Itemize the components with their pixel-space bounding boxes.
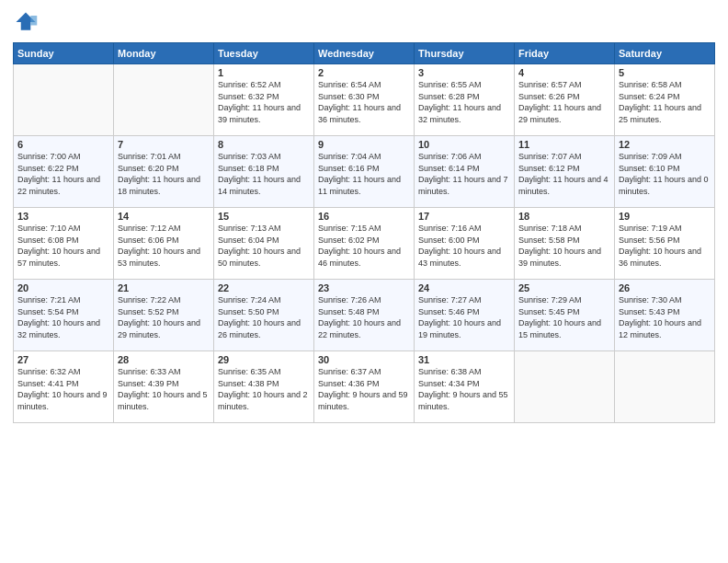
day-info: Sunrise: 7:19 AM Sunset: 5:56 PM Dayligh…: [619, 223, 711, 269]
day-info: Sunrise: 7:09 AM Sunset: 6:10 PM Dayligh…: [619, 151, 711, 197]
calendar-cell: 18Sunrise: 7:18 AM Sunset: 5:58 PM Dayli…: [515, 208, 615, 280]
weekday-header: Monday: [114, 43, 214, 64]
day-number: 15: [218, 211, 310, 222]
day-number: 22: [218, 282, 310, 293]
day-number: 4: [518, 67, 610, 78]
day-info: Sunrise: 7:29 AM Sunset: 5:45 PM Dayligh…: [518, 294, 610, 340]
day-info: Sunrise: 7:21 AM Sunset: 5:54 PM Dayligh…: [17, 294, 109, 340]
day-info: Sunrise: 7:18 AM Sunset: 5:58 PM Dayligh…: [518, 223, 610, 269]
day-number: 25: [518, 282, 610, 293]
logo: [13, 9, 42, 35]
calendar-cell: 25Sunrise: 7:29 AM Sunset: 5:45 PM Dayli…: [515, 280, 615, 351]
calendar-week-row: 1Sunrise: 6:52 AM Sunset: 6:32 PM Daylig…: [14, 64, 715, 136]
day-number: 16: [318, 211, 410, 222]
calendar-cell: 26Sunrise: 7:30 AM Sunset: 5:43 PM Dayli…: [615, 280, 715, 351]
calendar-cell: 31Sunrise: 6:38 AM Sunset: 4:34 PM Dayli…: [415, 351, 515, 423]
day-number: 17: [418, 211, 510, 222]
day-number: 20: [17, 282, 109, 293]
calendar-cell: 11Sunrise: 7:07 AM Sunset: 6:12 PM Dayli…: [515, 136, 615, 208]
weekday-header: Sunday: [14, 43, 114, 64]
day-number: 3: [418, 67, 510, 78]
day-info: Sunrise: 7:04 AM Sunset: 6:16 PM Dayligh…: [318, 151, 410, 197]
day-number: 9: [318, 139, 410, 150]
day-info: Sunrise: 6:52 AM Sunset: 6:32 PM Dayligh…: [218, 79, 310, 125]
day-info: Sunrise: 7:07 AM Sunset: 6:12 PM Dayligh…: [518, 151, 610, 197]
day-number: 11: [518, 139, 610, 150]
calendar-cell: [14, 64, 114, 136]
calendar-week-row: 13Sunrise: 7:10 AM Sunset: 6:08 PM Dayli…: [14, 208, 715, 280]
day-info: Sunrise: 6:57 AM Sunset: 6:26 PM Dayligh…: [518, 79, 610, 125]
calendar-cell: 13Sunrise: 7:10 AM Sunset: 6:08 PM Dayli…: [14, 208, 114, 280]
calendar-cell: 1Sunrise: 6:52 AM Sunset: 6:32 PM Daylig…: [214, 64, 314, 136]
calendar-cell: [114, 64, 214, 136]
day-info: Sunrise: 6:58 AM Sunset: 6:24 PM Dayligh…: [619, 79, 711, 125]
weekday-header: Friday: [515, 43, 615, 64]
day-info: Sunrise: 6:37 AM Sunset: 4:36 PM Dayligh…: [318, 366, 410, 412]
svg-marker-1: [30, 16, 37, 26]
calendar-cell: 30Sunrise: 6:37 AM Sunset: 4:36 PM Dayli…: [314, 351, 415, 423]
weekday-header: Wednesday: [314, 43, 415, 64]
calendar-cell: 12Sunrise: 7:09 AM Sunset: 6:10 PM Dayli…: [615, 136, 715, 208]
calendar-cell: [615, 351, 715, 423]
weekday-header-row: SundayMondayTuesdayWednesdayThursdayFrid…: [14, 43, 715, 64]
calendar-cell: 22Sunrise: 7:24 AM Sunset: 5:50 PM Dayli…: [214, 280, 314, 351]
day-number: 14: [118, 211, 210, 222]
calendar-cell: [515, 351, 615, 423]
page-header: [13, 9, 715, 35]
day-number: 2: [318, 67, 410, 78]
day-info: Sunrise: 6:54 AM Sunset: 6:30 PM Dayligh…: [318, 79, 410, 125]
logo-icon: [13, 9, 39, 35]
calendar-cell: 5Sunrise: 6:58 AM Sunset: 6:24 PM Daylig…: [615, 64, 715, 136]
calendar-cell: 17Sunrise: 7:16 AM Sunset: 6:00 PM Dayli…: [415, 208, 515, 280]
calendar-cell: 10Sunrise: 7:06 AM Sunset: 6:14 PM Dayli…: [415, 136, 515, 208]
day-info: Sunrise: 7:00 AM Sunset: 6:22 PM Dayligh…: [17, 151, 109, 197]
calendar-cell: 21Sunrise: 7:22 AM Sunset: 5:52 PM Dayli…: [114, 280, 214, 351]
day-info: Sunrise: 7:22 AM Sunset: 5:52 PM Dayligh…: [118, 294, 210, 340]
weekday-header: Thursday: [415, 43, 515, 64]
calendar-cell: 4Sunrise: 6:57 AM Sunset: 6:26 PM Daylig…: [515, 64, 615, 136]
calendar-cell: 2Sunrise: 6:54 AM Sunset: 6:30 PM Daylig…: [314, 64, 415, 136]
day-number: 29: [218, 354, 310, 365]
calendar-cell: 24Sunrise: 7:27 AM Sunset: 5:46 PM Dayli…: [415, 280, 515, 351]
day-info: Sunrise: 7:27 AM Sunset: 5:46 PM Dayligh…: [418, 294, 510, 340]
day-number: 19: [619, 211, 711, 222]
calendar-cell: 16Sunrise: 7:15 AM Sunset: 6:02 PM Dayli…: [314, 208, 415, 280]
calendar-week-row: 6Sunrise: 7:00 AM Sunset: 6:22 PM Daylig…: [14, 136, 715, 208]
calendar-cell: 8Sunrise: 7:03 AM Sunset: 6:18 PM Daylig…: [214, 136, 314, 208]
day-info: Sunrise: 6:55 AM Sunset: 6:28 PM Dayligh…: [418, 79, 510, 125]
day-number: 31: [418, 354, 510, 365]
calendar-cell: 29Sunrise: 6:35 AM Sunset: 4:38 PM Dayli…: [214, 351, 314, 423]
day-info: Sunrise: 7:16 AM Sunset: 6:00 PM Dayligh…: [418, 223, 510, 269]
calendar-cell: 27Sunrise: 6:32 AM Sunset: 4:41 PM Dayli…: [14, 351, 114, 423]
day-number: 8: [218, 139, 310, 150]
day-info: Sunrise: 7:03 AM Sunset: 6:18 PM Dayligh…: [218, 151, 310, 197]
day-info: Sunrise: 7:13 AM Sunset: 6:04 PM Dayligh…: [218, 223, 310, 269]
calendar-cell: 9Sunrise: 7:04 AM Sunset: 6:16 PM Daylig…: [314, 136, 415, 208]
day-info: Sunrise: 6:32 AM Sunset: 4:41 PM Dayligh…: [17, 366, 109, 412]
calendar-cell: 6Sunrise: 7:00 AM Sunset: 6:22 PM Daylig…: [14, 136, 114, 208]
day-info: Sunrise: 6:33 AM Sunset: 4:39 PM Dayligh…: [118, 366, 210, 412]
day-number: 26: [619, 282, 711, 293]
day-info: Sunrise: 7:30 AM Sunset: 5:43 PM Dayligh…: [619, 294, 711, 340]
calendar-cell: 14Sunrise: 7:12 AM Sunset: 6:06 PM Dayli…: [114, 208, 214, 280]
day-number: 10: [418, 139, 510, 150]
day-info: Sunrise: 7:10 AM Sunset: 6:08 PM Dayligh…: [17, 223, 109, 269]
calendar-cell: 7Sunrise: 7:01 AM Sunset: 6:20 PM Daylig…: [114, 136, 214, 208]
day-number: 6: [17, 139, 109, 150]
day-number: 28: [118, 354, 210, 365]
calendar-week-row: 20Sunrise: 7:21 AM Sunset: 5:54 PM Dayli…: [14, 280, 715, 351]
day-info: Sunrise: 7:06 AM Sunset: 6:14 PM Dayligh…: [418, 151, 510, 197]
day-number: 13: [17, 211, 109, 222]
day-info: Sunrise: 6:35 AM Sunset: 4:38 PM Dayligh…: [218, 366, 310, 412]
day-number: 1: [218, 67, 310, 78]
day-info: Sunrise: 6:38 AM Sunset: 4:34 PM Dayligh…: [418, 366, 510, 412]
day-info: Sunrise: 7:15 AM Sunset: 6:02 PM Dayligh…: [318, 223, 410, 269]
day-number: 18: [518, 211, 610, 222]
day-info: Sunrise: 7:26 AM Sunset: 5:48 PM Dayligh…: [318, 294, 410, 340]
weekday-header: Tuesday: [214, 43, 314, 64]
calendar-cell: 15Sunrise: 7:13 AM Sunset: 6:04 PM Dayli…: [214, 208, 314, 280]
day-number: 12: [619, 139, 711, 150]
calendar-cell: 20Sunrise: 7:21 AM Sunset: 5:54 PM Dayli…: [14, 280, 114, 351]
calendar-cell: 19Sunrise: 7:19 AM Sunset: 5:56 PM Dayli…: [615, 208, 715, 280]
day-number: 7: [118, 139, 210, 150]
